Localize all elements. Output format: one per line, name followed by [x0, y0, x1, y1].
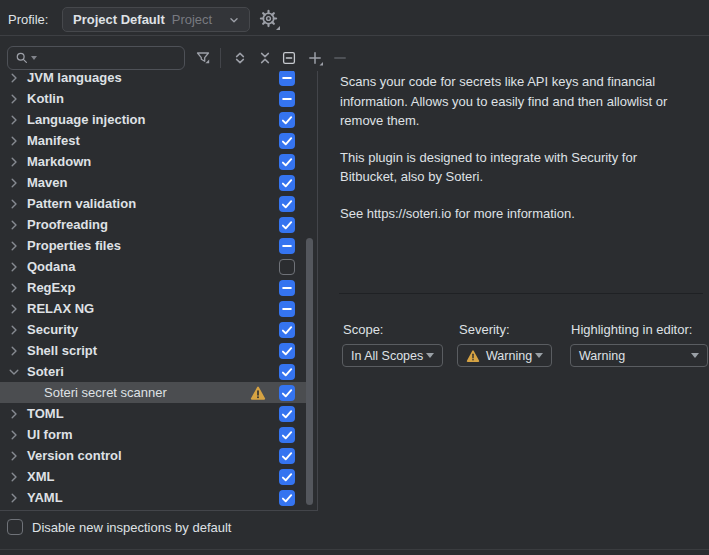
check-icon — [279, 154, 295, 170]
inspection-checkbox[interactable] — [279, 343, 295, 359]
tree-row[interactable]: Maven — [0, 172, 306, 193]
search-input[interactable] — [42, 51, 172, 66]
check-icon — [279, 322, 295, 338]
inspection-checkbox[interactable] — [279, 385, 295, 401]
chevron-right-icon[interactable] — [6, 322, 22, 338]
chevron-right-icon[interactable] — [6, 217, 22, 233]
chevron-right-icon[interactable] — [6, 91, 22, 107]
chevron-right-icon[interactable] — [6, 259, 22, 275]
search-options-arrow-icon[interactable] — [31, 56, 37, 60]
inspection-checkbox[interactable] — [279, 112, 295, 128]
chevron-right-icon[interactable] — [6, 71, 22, 86]
inspection-checkbox[interactable] — [279, 364, 295, 380]
tree-row[interactable]: RegExp — [0, 277, 306, 298]
search-field[interactable] — [7, 46, 185, 70]
scope-value: In All Scopes — [351, 349, 423, 363]
chevron-right-icon[interactable] — [6, 490, 22, 506]
tree-row[interactable]: YAML — [0, 487, 306, 508]
inspection-checkbox[interactable] — [279, 427, 295, 443]
tree-row[interactable]: Kotlin — [0, 88, 306, 109]
inspection-checkbox[interactable] — [279, 175, 295, 191]
profile-select[interactable]: Project Default Project — [62, 7, 250, 32]
chevron-right-icon[interactable] — [6, 448, 22, 464]
disable-selected-icon[interactable] — [281, 50, 297, 66]
inspection-checkbox[interactable] — [279, 154, 295, 170]
tree-row-label: TOML — [27, 406, 64, 421]
inspection-checkbox[interactable] — [279, 217, 295, 233]
tree-row[interactable]: Markdown — [0, 151, 306, 172]
expand-all-icon[interactable] — [232, 50, 248, 66]
inspection-checkbox[interactable] — [279, 301, 295, 317]
description-paragraph: See https://soteri.io for more informati… — [340, 204, 692, 224]
inspection-checkbox[interactable] — [279, 490, 295, 506]
check-icon — [279, 406, 295, 422]
tree-row[interactable]: Soteri secret scanner — [0, 382, 306, 403]
chevron-right-icon[interactable] — [6, 154, 22, 170]
tree-row-label: XML — [27, 469, 54, 484]
tree-row-label: Maven — [27, 175, 67, 190]
tree-row[interactable]: Version control — [0, 445, 306, 466]
tree-row[interactable]: Shell script — [0, 340, 306, 361]
tree-rows: JVM languages Kotlin — [0, 71, 317, 508]
tree-row[interactable]: JVM languages — [0, 71, 306, 88]
inspection-checkbox[interactable] — [279, 259, 295, 275]
tree-row[interactable]: Security — [0, 319, 306, 340]
check-icon — [279, 469, 295, 485]
indeterminate-icon — [279, 280, 295, 296]
chevron-right-icon[interactable] — [6, 343, 22, 359]
chevron-right-icon[interactable] — [6, 238, 22, 254]
chevron-right-icon[interactable] — [6, 112, 22, 128]
toolbar-separator — [220, 48, 221, 68]
chevron-right-icon[interactable] — [6, 301, 22, 317]
severity-select[interactable]: Warning — [457, 344, 552, 367]
inspection-checkbox[interactable] — [279, 71, 295, 86]
tree-row[interactable]: RELAX NG — [0, 298, 306, 319]
tree-row[interactable]: Qodana — [0, 256, 306, 277]
tree-row-label: Markdown — [27, 154, 91, 169]
chevron-right-icon[interactable] — [6, 427, 22, 443]
tree-row[interactable]: UI form — [0, 424, 306, 445]
tree-row[interactable]: Proofreading — [0, 214, 306, 235]
collapse-all-icon[interactable] — [257, 50, 273, 66]
inspection-checkbox[interactable] — [279, 448, 295, 464]
inspection-checkbox[interactable] — [279, 91, 295, 107]
profile-settings-button[interactable] — [259, 9, 281, 31]
inspections-tree[interactable]: JVM languages Kotlin — [0, 71, 318, 511]
inspection-checkbox[interactable] — [279, 280, 295, 296]
chevron-down-icon — [227, 13, 241, 27]
tree-row[interactable]: XML — [0, 466, 306, 487]
tree-row[interactable]: TOML — [0, 403, 306, 424]
highlighting-select[interactable]: Warning — [570, 344, 708, 367]
chevron-right-icon[interactable] — [6, 280, 22, 296]
inspection-checkbox[interactable] — [279, 196, 295, 212]
disable-new-inspections-checkbox[interactable] — [7, 519, 23, 535]
inspection-checkbox[interactable] — [279, 406, 295, 422]
inspection-checkbox[interactable] — [279, 238, 295, 254]
inspection-checkbox[interactable] — [279, 469, 295, 485]
chevron-down-icon[interactable] — [6, 364, 22, 380]
chevron-right-icon[interactable] — [6, 133, 22, 149]
chevron-right-icon[interactable] — [6, 196, 22, 212]
menu-corner-indicator — [276, 26, 280, 30]
check-icon — [279, 385, 295, 401]
add-icon[interactable] — [307, 50, 323, 66]
scope-label: Scope: — [343, 322, 383, 337]
inspection-checkbox[interactable] — [279, 133, 295, 149]
check-icon — [279, 448, 295, 464]
scope-select[interactable]: In All Scopes — [342, 344, 443, 367]
chevron-right-icon[interactable] — [6, 175, 22, 191]
tree-row[interactable]: Properties files — [0, 235, 306, 256]
tree-row[interactable]: Pattern validation — [0, 193, 306, 214]
filter-icon[interactable] — [195, 50, 211, 66]
chevron-right-icon[interactable] — [6, 469, 22, 485]
tree-row[interactable]: Soteri — [0, 361, 306, 382]
tree-row-label: JVM languages — [27, 71, 122, 85]
tree-row[interactable]: Manifest — [0, 130, 306, 151]
inspection-checkbox[interactable] — [279, 322, 295, 338]
check-icon — [279, 490, 295, 506]
chevron-right-icon[interactable] — [6, 406, 22, 422]
scrollbar-thumb[interactable] — [306, 238, 313, 505]
tree-row[interactable]: Language injection — [0, 109, 306, 130]
tree-row-label: Soteri — [27, 364, 64, 379]
check-icon — [279, 196, 295, 212]
